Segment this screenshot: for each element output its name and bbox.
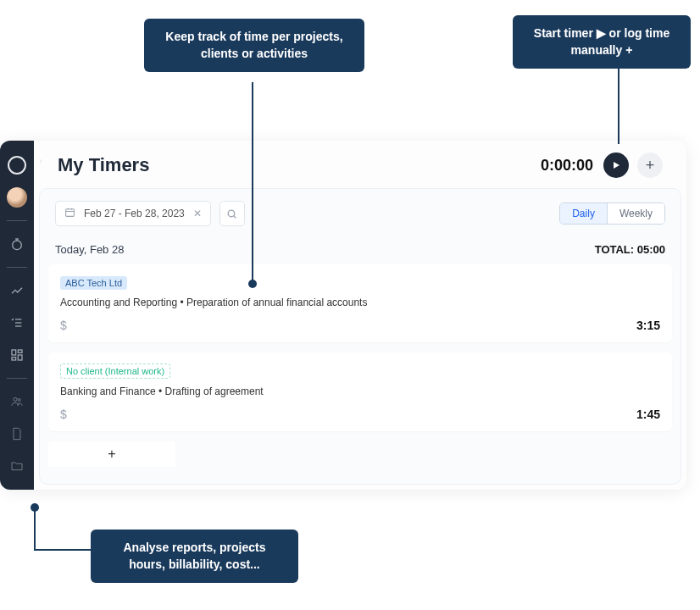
day-header: Today, Feb 28 TOTAL: 05:00 <box>40 238 681 264</box>
entry-description: Banking and Finance • Drafting of agreem… <box>60 385 660 397</box>
view-toggle-daily[interactable]: Daily <box>560 203 607 224</box>
separator <box>7 220 27 221</box>
clear-date-icon[interactable]: ✕ <box>193 208 202 219</box>
svg-rect-8 <box>18 355 22 360</box>
date-range-text: Feb 27 - Feb 28, 2023 <box>84 208 185 219</box>
billable-icon[interactable]: $ <box>60 319 67 332</box>
anno-dot-3 <box>31 503 39 512</box>
svg-point-0 <box>13 241 22 250</box>
page-title: My Timers <box>58 154 541 176</box>
add-row-button[interactable]: + <box>48 441 175 467</box>
people-icon <box>10 395 24 408</box>
separator <box>7 267 27 268</box>
day-total: TOTAL: 05:00 <box>595 243 665 256</box>
entry-duration: 1:45 <box>636 408 660 421</box>
annotation-top-left: Keep track of time per projects, clients… <box>144 19 364 72</box>
sidebar-analytics[interactable] <box>0 276 34 305</box>
svg-point-11 <box>18 399 20 402</box>
sidebar-list[interactable] <box>0 308 34 337</box>
anno-line-3v <box>34 507 36 551</box>
time-entry[interactable]: ABC Tech Ltd Accounting and Reporting • … <box>48 264 672 342</box>
main-area: My Timers 0:00:00 + Feb 27 - Feb 28, 202… <box>34 141 686 490</box>
grid-icon <box>10 348 24 362</box>
document-icon <box>10 427 24 441</box>
stopwatch-icon <box>10 237 24 251</box>
search-icon <box>226 208 237 219</box>
svg-rect-6 <box>12 350 16 355</box>
anno-line-3h <box>34 549 92 551</box>
anno-dot-1 <box>248 280 257 288</box>
sidebar-folder[interactable] <box>0 452 34 480</box>
billable-icon[interactable]: $ <box>60 408 67 421</box>
logo[interactable]: › <box>0 151 34 180</box>
sidebar-dashboard[interactable] <box>0 341 34 369</box>
day-label: Today, Feb 28 <box>55 243 124 256</box>
separator <box>7 378 27 379</box>
folder-icon <box>10 459 24 473</box>
timer-display: 0:00:00 <box>541 157 593 175</box>
list-check-icon <box>10 316 24 330</box>
svg-point-10 <box>14 397 17 401</box>
entries-list: ABC Tech Ltd Accounting and Reporting • … <box>40 264 681 431</box>
avatar-icon <box>7 187 27 208</box>
view-toggle: Daily Weekly <box>559 202 665 225</box>
svg-rect-9 <box>12 358 16 360</box>
calendar-icon <box>64 207 75 220</box>
date-range-picker[interactable]: Feb 27 - Feb 28, 2023 ✕ <box>55 201 211 226</box>
client-tag: ABC Tech Ltd <box>60 276 127 290</box>
svg-rect-13 <box>66 209 75 217</box>
annotation-top-right: Start timer ▶ or log time manually + <box>513 15 691 69</box>
svg-rect-7 <box>18 350 22 352</box>
chart-line-icon <box>10 284 24 297</box>
sidebar-timer[interactable] <box>0 230 34 258</box>
sidebar-team[interactable] <box>0 387 34 416</box>
timers-panel: Feb 27 - Feb 28, 2023 ✕ Daily Weekly Tod… <box>39 188 681 485</box>
search-button[interactable] <box>219 201 245 226</box>
play-icon <box>611 160 621 170</box>
svg-line-18 <box>234 215 236 218</box>
entry-duration: 3:15 <box>636 319 660 332</box>
view-toggle-weekly[interactable]: Weekly <box>607 203 664 224</box>
svg-marker-12 <box>614 162 619 169</box>
client-tag: No client (Internal work) <box>60 363 170 379</box>
app-window: › My Timers 0:00:00 <box>0 141 686 490</box>
sidebar-document[interactable] <box>0 419 34 448</box>
avatar[interactable] <box>0 183 34 212</box>
plus-icon: + <box>646 157 655 175</box>
entry-description: Accounting and Reporting • Preparation o… <box>60 297 660 308</box>
svg-point-17 <box>228 210 235 217</box>
add-entry-button[interactable]: + <box>637 152 663 178</box>
header: My Timers 0:00:00 + <box>34 141 686 188</box>
sidebar: › <box>0 141 34 490</box>
anno-line-2 <box>618 66 619 144</box>
anno-line-1 <box>252 82 253 283</box>
start-timer-button[interactable] <box>603 152 629 178</box>
filter-row: Feb 27 - Feb 28, 2023 ✕ Daily Weekly <box>40 189 681 238</box>
annotation-bottom: Analyse reports, projects hours, billabi… <box>91 530 298 583</box>
time-entry[interactable]: No client (Internal work) Banking and Fi… <box>48 352 672 431</box>
